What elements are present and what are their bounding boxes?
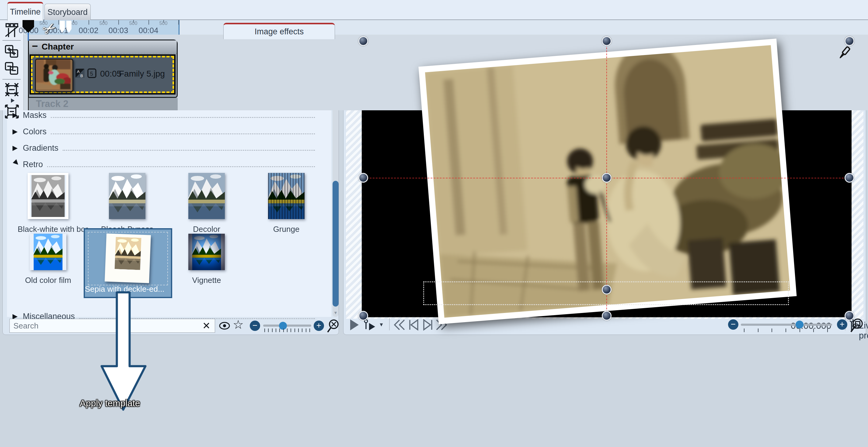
playhead-line: [28, 41, 29, 110]
handle-top-left[interactable]: [359, 36, 368, 46]
zoom-reset-magnifier-icon[interactable]: [327, 319, 340, 333]
previous-frame-button[interactable]: [408, 319, 420, 331]
template-vignette[interactable]: Vignette: [176, 234, 237, 285]
chapter-track[interactable]: − Chapter A B 5 00:05 Family 5.jpg: [28, 39, 178, 98]
expander-arrow-icon[interactable]: [10, 98, 15, 103]
next-frame-button[interactable]: [422, 319, 434, 331]
polaroid-frame: [105, 233, 151, 283]
handle-center[interactable]: [602, 173, 612, 183]
canvas-zoom-ticks: [744, 329, 828, 332]
play-dropdown-icon[interactable]: ▼: [379, 322, 384, 328]
canvas-zoom-slider-handle[interactable]: [796, 320, 804, 329]
canvas-zoom-in-button[interactable]: +: [837, 319, 847, 330]
timeline-ruler[interactable]: 00:00 00:01 00:02 00:03 00:04 500 500 50…: [24, 20, 868, 35]
clip-filename: Family 5.jpg: [119, 69, 165, 79]
template-decolor[interactable]: Decolor: [176, 173, 237, 234]
tab-timeline[interactable]: Timeline: [7, 2, 43, 21]
svg-text:5: 5: [90, 71, 93, 77]
apply-template-arrow: [97, 291, 150, 413]
template-old-color-film[interactable]: Old color film: [18, 234, 79, 285]
canvas-zoom-slider[interactable]: [741, 323, 832, 326]
category-retro[interactable]: ▶Retro: [12, 157, 323, 172]
handle-middle-right[interactable]: [844, 173, 854, 183]
dotted-leader: [63, 145, 315, 151]
clip-thumbnail: [35, 59, 73, 92]
template-grunge[interactable]: Grunge: [256, 173, 317, 234]
timeline-tabstrip: Timeline Storyboard: [0, 0, 868, 20]
track-2[interactable]: Track 2: [28, 98, 178, 110]
collapse-chapter-icon[interactable]: −: [32, 40, 38, 52]
play-from-marker-button[interactable]: [364, 319, 376, 331]
add-object-icon[interactable]: [4, 44, 20, 60]
template-sepia-deckle-selected[interactable]: Sepia with deckle-ed...: [84, 228, 172, 298]
category-colors[interactable]: ▶Colors: [12, 124, 323, 139]
grunge-texture: [268, 173, 305, 219]
ruler-minor-label: 500: [124, 21, 143, 26]
ruler-tick: [58, 20, 59, 25]
favorites-star-icon[interactable]: ☆: [233, 317, 244, 332]
handle-top-right[interactable]: [844, 36, 854, 46]
ruler-minor-label: 500: [94, 21, 113, 26]
handle-middle-left[interactable]: [359, 173, 368, 183]
remove-object-icon[interactable]: [4, 61, 20, 77]
tab-storyboard[interactable]: Storyboard: [44, 4, 91, 21]
handle-bottom-center[interactable]: [602, 311, 612, 320]
skip-start-button[interactable]: [393, 319, 406, 331]
canvas-zoom-out-button[interactable]: −: [728, 319, 738, 330]
expand-right-icon: ▶: [12, 144, 23, 152]
tool-separator: [2, 40, 21, 41]
svg-text:A: A: [77, 69, 80, 74]
handle-caption[interactable]: [602, 285, 612, 295]
shrink-range-icon[interactable]: [4, 82, 20, 98]
template-thumbnail: [188, 173, 225, 219]
handle-bottom-left[interactable]: [359, 311, 368, 320]
category-gradients[interactable]: ▶Gradients: [12, 140, 323, 156]
track-2-label: Track 2: [36, 99, 68, 109]
slider-ticks: [265, 329, 310, 332]
scroll-down-icon[interactable]: ▼: [333, 310, 338, 315]
tab-image-effects[interactable]: Image effects: [223, 23, 335, 39]
transport-separator: [389, 318, 390, 330]
tool-separator: [2, 79, 21, 80]
dotted-leader: [47, 162, 315, 167]
handle-bottom-right[interactable]: [844, 311, 854, 320]
ruler-tick: [178, 20, 179, 25]
brush-cursor-icon: [835, 45, 851, 64]
ab-transition-icon: A B: [75, 68, 85, 79]
play-button[interactable]: [349, 319, 360, 331]
ruler-tick: [149, 20, 149, 25]
search-clear-icon[interactable]: ✕: [202, 320, 211, 332]
duration-badge-icon: 5: [87, 68, 97, 79]
ruler-label: 00:04: [133, 26, 164, 35]
thumbnail-zoom-out-button[interactable]: −: [250, 320, 260, 331]
expand-right-icon: ▶: [12, 128, 23, 136]
ruler-label: 00:03: [103, 26, 133, 35]
ruler-tick: [89, 20, 89, 25]
scrollbar-thumb[interactable]: [333, 181, 339, 307]
ruler-label: 00:02: [73, 26, 104, 35]
ruler-minor-label: 500: [154, 21, 173, 26]
vignette-overlay: [188, 234, 225, 270]
template-bleach-bypass[interactable]: Bleach Bypass: [97, 173, 158, 234]
apply-template-tooltip: Apply template: [80, 398, 140, 408]
clip-duration: 00:05: [100, 69, 121, 79]
stage-selection-border: [362, 39, 851, 317]
template-black-white-border[interactable]: Black-white with bor...: [18, 173, 79, 234]
dotted-leader: [51, 113, 315, 118]
chapter-header[interactable]: − Chapter: [29, 40, 177, 54]
expand-range-icon[interactable]: [4, 104, 20, 120]
dotted-leader: [51, 129, 315, 134]
playhead-blue-segment: [28, 33, 29, 41]
thumbnail-zoom-in-button[interactable]: +: [314, 320, 324, 331]
svg-text:B: B: [80, 73, 83, 78]
chapter-label: Chapter: [42, 42, 74, 51]
visibility-eye-icon[interactable]: [219, 321, 230, 330]
template-thumbnail: [109, 237, 147, 270]
template-thumbnail: [30, 175, 66, 217]
ruler-tick: [118, 20, 119, 25]
timeline-clip-selected[interactable]: A B 5 00:05 Family 5.jpg: [30, 55, 176, 95]
template-thumbnail: [109, 173, 146, 219]
template-thumbnail: [30, 234, 66, 270]
thumbnail-size-slider[interactable]: [263, 324, 311, 326]
handle-top-center[interactable]: [602, 36, 612, 46]
